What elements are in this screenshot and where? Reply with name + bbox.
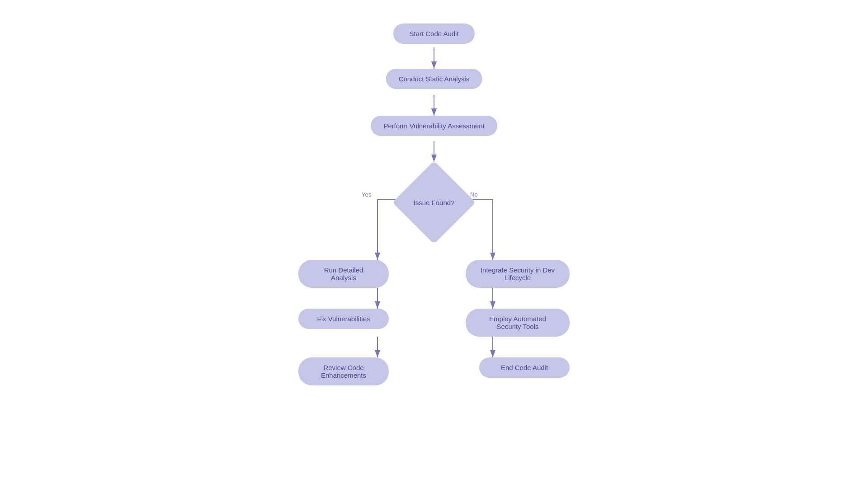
start-node: Start Code Audit: [393, 23, 475, 44]
end-audit-node: End Code Audit: [479, 357, 570, 378]
review-code-node: Review Code Enhancements: [298, 357, 389, 385]
integrate-security-node: Integrate Security in Dev Lifecycle: [466, 260, 570, 288]
employ-automated-node: Employ Automated Security Tools: [466, 309, 570, 337]
conduct-static-analysis-node: Conduct Static Analysis: [386, 69, 482, 89]
issue-found-decision: Issue Found?: [393, 162, 475, 243]
perform-vulnerability-node: Perform Vulnerability Assessment: [371, 116, 497, 136]
fix-vulnerabilities-node: Fix Vulnerabilities: [298, 309, 389, 329]
flowchart-container: Yes No Start Code Audit Conduct Static A…: [298, 18, 570, 470]
run-detailed-analysis-node: Run Detailed Analysis: [298, 260, 389, 288]
svg-text:Yes: Yes: [362, 191, 372, 198]
